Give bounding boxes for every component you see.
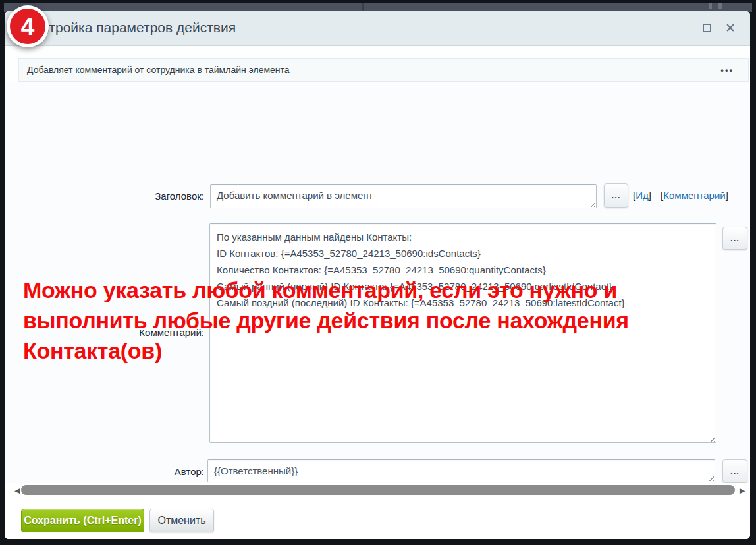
title-more-button[interactable]: ...	[604, 183, 628, 208]
scrollbar-thumb[interactable]	[21, 485, 735, 495]
save-button[interactable]: Сохранить (Ctrl+Enter)	[21, 509, 144, 532]
maximize-button[interactable]	[697, 18, 716, 38]
insert-link-comment: [Комментарий]	[661, 190, 728, 201]
form-area: Заголовок: Добавить комментарий в элемен…	[5, 82, 750, 483]
author-label: Автор:	[5, 466, 204, 477]
action-settings-dialog: Настройка параметров действия ✕ Добавляе…	[5, 11, 750, 539]
menu-dots-icon[interactable]: •••	[720, 65, 748, 75]
comment-textarea[interactable]: По указанным данным найдены Контакты: ID…	[209, 223, 716, 443]
cancel-button[interactable]: Отменить	[149, 509, 214, 532]
comment-more-button[interactable]: ...	[722, 227, 747, 250]
dialog-header: Настройка параметров действия ✕	[5, 11, 750, 46]
close-button[interactable]: ✕	[720, 18, 740, 38]
screenshot-frame: Настройка параметров действия ✕ Добавляе…	[0, 0, 756, 545]
dialog-footer: Сохранить (Ctrl+Enter) Отменить	[5, 498, 750, 539]
comment-textarea-wrap: По указанным данным найдены Контакты: ID…	[209, 223, 716, 443]
title-label: Заголовок:	[5, 190, 204, 202]
insert-links: [Ид] [Комментарий]	[633, 186, 735, 206]
description-text: Добавляет комментарий от сотрудника в та…	[19, 65, 290, 75]
comment-link[interactable]: Комментарий	[663, 190, 725, 201]
scroll-right-icon[interactable]: ▶	[740, 486, 745, 495]
maximize-icon	[703, 24, 711, 32]
author-input[interactable]: {{Ответственный}}	[207, 459, 715, 482]
scroll-left-icon[interactable]: ◀	[14, 486, 20, 495]
step-badge: 4	[7, 5, 49, 47]
title-input-wrap: Добавить комментарий в элемент	[210, 184, 597, 208]
close-icon: ✕	[725, 22, 736, 34]
insert-link-id: [Ид]	[633, 190, 651, 201]
step-badge-circle: 4	[10, 9, 45, 44]
author-input-wrap: {{Ответственный}}	[207, 459, 715, 482]
bracket-close: ]	[649, 190, 651, 201]
id-link[interactable]: Ид	[635, 190, 649, 201]
comment-label: Комментарий:	[5, 327, 204, 338]
background-pause-icon	[709, 3, 712, 9]
background-pause-icon	[718, 3, 722, 9]
author-more-button[interactable]: ...	[722, 459, 747, 483]
horizontal-scrollbar[interactable]: ◀ ▶	[5, 483, 750, 498]
description-bar: Добавляет комментарий от сотрудника в та…	[18, 58, 749, 82]
title-input[interactable]: Добавить комментарий в элемент	[210, 184, 597, 208]
bracket-close: ]	[726, 190, 728, 201]
step-badge-number: 4	[21, 14, 35, 39]
dialog-title: Настройка параметров действия	[24, 11, 236, 44]
